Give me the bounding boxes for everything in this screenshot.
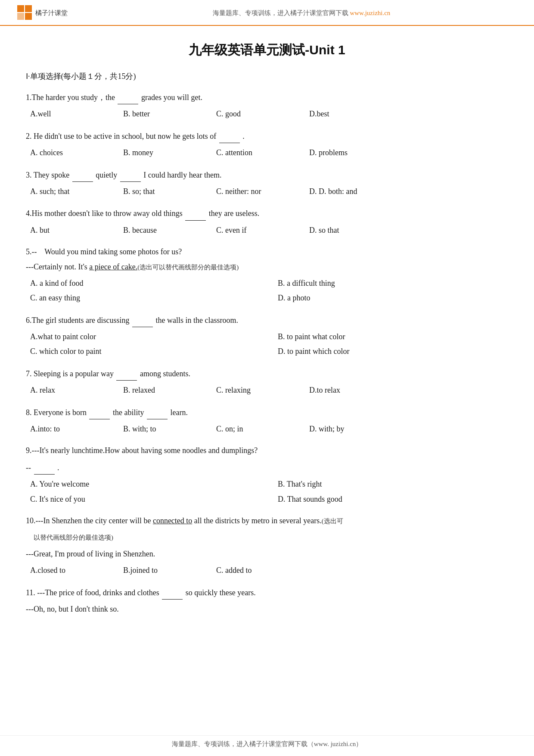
logo-area: 橘子汁课堂 [17,5,86,21]
logo-icon [17,5,33,21]
q1-optA: A.well [30,107,108,121]
q8-blank1 [89,405,110,419]
q4-options: A. but B. because C. even if D. so that [26,223,508,237]
q1-text: 1.The harder you study，the grades you wi… [26,90,508,104]
svg-rect-0 [17,5,24,12]
question-3: 3. They spoke quietly I could hardly hea… [26,168,508,199]
q10-note2: 以替代画线部分的最佳选项) [26,530,508,544]
q2-blank [219,129,240,143]
q7-optC: C. relaxing [216,383,294,397]
page-header: 橘子汁课堂 海量题库、专项训练，进入橘子汁课堂官网下载 www.juzizhi.… [0,0,534,26]
question-2: 2. He didn't use to be active in school,… [26,129,508,160]
q3-blank1 [72,168,93,182]
q2-optD: D. problems [309,146,387,159]
page-footer: 海量题库、专项训练，进入橘子汁课堂官网下载（www. juzizhi.cn） [0,735,534,748]
q5-optC: C. an easy thing [30,291,261,305]
q5-dialog1: 5.-- Would you mind taking some photos f… [26,245,508,259]
q1-optB: B. better [123,107,201,121]
q8-optA: A.into: to [30,422,108,436]
q10-dialog2: ---Great, I'm proud of living in Shenzhe… [26,547,508,561]
question-6: 6.The girl students are discussing the w… [26,313,508,359]
q7-text: 7. Sleeping is a popular way among stude… [26,366,508,381]
q4-optA: A. but [30,223,108,237]
q5-dialog2: ---Certainly not. It's a piece of cake.(… [26,260,508,274]
q10-dialog1: 10.---In Shenzhen the city center will b… [26,514,508,528]
q9-optA: A. You're welcome [30,477,261,491]
question-10: 10.---In Shenzhen the city center will b… [26,514,508,578]
q10-optB: B.joined to [123,563,201,577]
q6-optB: B. to paint what color [278,330,508,344]
header-tagline: 海量题库、专项训练，进入橘子汁课堂官网下载 www.juzizhi.cn [86,9,517,17]
q8-optB: B. with; to [123,422,201,436]
q5-optB: B. a difficult thing [278,276,508,290]
q9-options: A. You're welcome B. That's right C. It'… [26,477,508,506]
q10-optC: C. added to [216,563,294,577]
q1-blank [118,90,138,104]
q3-optD: D. D. both: and [309,184,387,198]
q7-optD: D.to relax [309,383,387,397]
q11-dialog1: 11. ---The price of food, drinks and clo… [26,585,508,600]
q9-blank [34,460,55,475]
q6-text: 6.The girl students are discussing the w… [26,313,508,327]
q3-optC: C. neither: nor [216,184,294,198]
question-5: 5.-- Would you mind taking some photos f… [26,245,508,305]
q5-optD: D. a photo [278,291,508,305]
q7-optB: B. relaxed [123,383,201,397]
svg-rect-2 [17,13,24,20]
q8-optC: C. on; in [216,422,294,436]
q3-optB: B. so; that [123,184,201,198]
q1-options: A.well B. better C. good D.best [26,107,508,121]
q7-optA: A. relax [30,383,108,397]
q3-text: 3. They spoke quietly I could hardly hea… [26,168,508,182]
q4-text: 4.His mother doesn't like to throw away … [26,206,508,220]
svg-rect-3 [25,13,32,20]
question-1: 1.The harder you study，the grades you wi… [26,90,508,121]
question-8: 8. Everyone is born the ability learn. A… [26,405,508,436]
q9-dialog2: -- . [26,460,508,475]
q6-optD: D. to paint which color [278,344,508,358]
svg-rect-1 [25,5,32,12]
q11-dialog2: ---Oh, no, but I don't think so. [26,602,508,616]
q9-dialog1: 9.---It's nearly lunchtime.How about hav… [26,444,508,457]
question-4: 4.His mother doesn't like to throw away … [26,206,508,237]
q2-optB: B. money [123,146,201,159]
q9-optD: D. That sounds good [278,492,508,506]
q6-optC: C. which color to paint [30,344,261,358]
q2-options: A. choices B. money C. attention D. prob… [26,146,508,159]
content-area: Ⅰ·单项选择(每小题１分，共15分) 1.The harder you stud… [0,71,534,650]
q3-optA: A. such; that [30,184,108,198]
logo-text: 橘子汁课堂 [35,9,68,17]
q5-options: A. a kind of food B. a difficult thing C… [26,276,508,305]
q8-blank2 [147,405,168,419]
q5-optA: A. a kind of food [30,276,261,290]
q2-optC: C. attention [216,146,294,159]
q4-optD: D. so that [309,223,387,237]
question-11: 11. ---The price of food, drinks and clo… [26,585,508,616]
q3-blank2 [120,168,141,182]
q9-optB: B. That's right [278,477,508,491]
q4-blank [185,206,206,220]
q10-optA: A.closed to [30,563,108,577]
q1-optD: D.best [309,107,387,121]
q10-options: A.closed to B.joined to C. added to [26,563,508,577]
q6-options: A.what to paint color B. to paint what c… [26,330,508,359]
question-9: 9.---It's nearly lunchtime.How about hav… [26,444,508,506]
q8-text: 8. Everyone is born the ability learn. [26,405,508,419]
q8-options: A.into: to B. with; to C. on; in D. with… [26,422,508,436]
question-7: 7. Sleeping is a popular way among stude… [26,366,508,397]
q6-blank [132,313,153,327]
section1-header: Ⅰ·单项选择(每小题１分，共15分) [26,71,508,81]
q4-optC: C. even if [216,223,294,237]
q2-text: 2. He didn't use to be active in school,… [26,129,508,143]
q3-options: A. such; that B. so; that C. neither: no… [26,184,508,198]
q7-options: A. relax B. relaxed C. relaxing D.to rel… [26,383,508,397]
q4-optB: B. because [123,223,201,237]
q7-blank [116,366,137,381]
q6-optA: A.what to paint color [30,330,261,344]
q2-optA: A. choices [30,146,108,159]
q11-blank [162,585,183,600]
q8-optD: D. with; by [309,422,387,436]
q1-optC: C. good [216,107,294,121]
q9-optC: C. It's nice of you [30,492,261,506]
page-title: 九年级英语单元测试-Unit 1 [0,41,534,59]
